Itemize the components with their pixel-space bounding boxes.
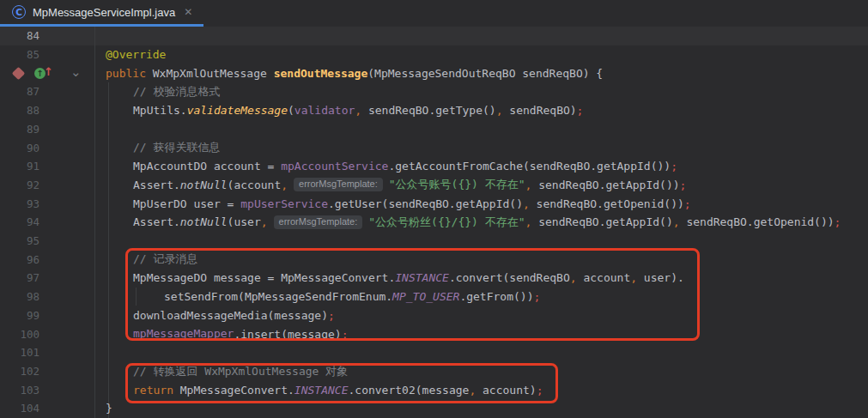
code-token: .insert(message): [234, 328, 341, 341]
code-token: ;: [671, 160, 677, 173]
code-token: validateMessage: [187, 104, 288, 117]
code-token: ;: [328, 309, 335, 322]
gutter-cell[interactable]: 99: [0, 306, 94, 325]
code-line: 95: [0, 232, 868, 251]
code-line: 92Assert.notNull(account,errorMsgTemplat…: [0, 176, 868, 195]
code-token: MpMessageConvert.: [173, 384, 294, 397]
line-number[interactable]: 84: [0, 29, 39, 42]
code-line-content[interactable]: [94, 120, 133, 139]
tab-title: MpMessageServiceImpl.java: [33, 6, 175, 19]
code-token: (MpMessageSendOutReqBO sendReqBO) {: [367, 67, 603, 80]
code-line-content[interactable]: public WxMpXmlOutMessage sendOutMessage(…: [94, 64, 603, 82]
line-number[interactable]: 100: [0, 328, 39, 341]
line-number[interactable]: 93: [0, 197, 39, 210]
code-token: ;: [537, 384, 543, 397]
line-number[interactable]: 94: [0, 215, 39, 228]
code-line-content[interactable]: [94, 232, 133, 251]
code-token: sendReqBO): [503, 104, 577, 117]
code-line: 99downloadMessageMedia(message);: [0, 306, 868, 325]
code-token: mpAccountService: [281, 160, 388, 173]
editor-tab-bar: C MpMessageServiceImpl.java ✕: [0, 0, 868, 27]
code-line: 89: [0, 120, 868, 139]
code-line-content[interactable]: // 记录消息: [94, 250, 197, 269]
gutter-cell[interactable]: 96: [0, 250, 94, 269]
gutter-cell[interactable]: 103: [0, 380, 94, 399]
tab-close-icon[interactable]: ✕: [184, 6, 192, 18]
code-token: .getAccountFromCache(sendReqBO.getAppId(…: [388, 160, 671, 173]
code-token: .getUser(sendReqBO.getAppId(): [328, 197, 523, 210]
code-token: mpMessageMapper: [133, 327, 234, 341]
gutter-cell[interactable]: 85: [0, 45, 94, 64]
line-number[interactable]: 98: [0, 290, 39, 303]
code-line-content[interactable]: MpUserDO user = mpUserService.getUser(se…: [94, 194, 691, 213]
code-line-content[interactable]: MpAccountDO account = mpAccountService.g…: [94, 157, 677, 176]
gutter-cell[interactable]: 94: [0, 213, 94, 232]
code-line-content[interactable]: @Override: [94, 45, 166, 64]
line-number[interactable]: 87: [0, 85, 39, 98]
line-number[interactable]: 101: [0, 346, 39, 359]
gutter-cell[interactable]: 89: [0, 120, 94, 139]
code-editor[interactable]: 8485@Override↑↑⌄public WxMpXmlOutMessage…: [0, 27, 868, 418]
gutter-cell[interactable]: 91: [0, 157, 94, 176]
gutter-cell[interactable]: ↑↑⌄: [0, 64, 94, 82]
code-line-content[interactable]: // 获得关联信息: [94, 138, 220, 157]
line-number[interactable]: 104: [0, 402, 39, 415]
line-number[interactable]: 97: [0, 271, 39, 284]
code-line: 90// 获得关联信息: [0, 138, 868, 157]
code-token: setSendFrom(MpMessageSendFromEnum.: [164, 290, 392, 303]
code-line-content[interactable]: Assert.notNull(account,errorMsgTemplate:…: [94, 176, 686, 195]
code-line-content[interactable]: MpMessageDO message = MpMessageConvert.I…: [94, 269, 684, 288]
code-token: ;: [835, 215, 841, 228]
tab-mpmessageserviceimpl[interactable]: C MpMessageServiceImpl.java ✕: [0, 0, 203, 24]
line-number[interactable]: 95: [0, 234, 39, 247]
gutter-cell[interactable]: 88: [0, 101, 94, 120]
override-nav-arrow-icon[interactable]: ↑: [44, 65, 53, 78]
code-line-content[interactable]: // 转换返回 WxMpXmlOutMessage 对象: [94, 362, 348, 381]
code-line-content[interactable]: MpUtils.validateMessage(validator, sendR…: [94, 101, 583, 120]
line-number[interactable]: 92: [0, 179, 39, 191]
line-number[interactable]: 90: [0, 142, 39, 154]
code-line-content[interactable]: [94, 343, 133, 362]
gutter-cell[interactable]: 90: [0, 138, 94, 157]
line-number[interactable]: 91: [0, 160, 39, 173]
code-line-content[interactable]: mpMessageMapper.insert(message);: [94, 324, 348, 343]
line-number[interactable]: 88: [0, 104, 39, 117]
line-number[interactable]: 102: [0, 365, 39, 378]
line-number[interactable]: 103: [0, 384, 39, 397]
gutter-cell[interactable]: 97: [0, 269, 94, 288]
parameter-hint-pill: errorMsgTemplate:: [294, 178, 383, 191]
method-breakpoint-icon[interactable]: [12, 66, 26, 80]
gutter-cell[interactable]: 104: [0, 399, 94, 418]
gutter-cell[interactable]: 98: [0, 288, 94, 306]
gutter-cell[interactable]: 92: [0, 176, 94, 195]
code-line-content[interactable]: Assert.notNull(user,errorMsgTemplate:"公众…: [94, 213, 841, 232]
gutter-cell[interactable]: 87: [0, 82, 94, 101]
gutter-cell[interactable]: 84: [0, 27, 94, 45]
code-token: ,: [261, 215, 268, 228]
java-class-icon: C: [12, 5, 26, 19]
line-number[interactable]: 85: [0, 48, 39, 61]
code-token: user).: [637, 271, 684, 284]
code-line-content[interactable]: setSendFrom(MpMessageSendFromEnum.MP_TO_…: [94, 288, 540, 306]
code-line-content[interactable]: return MpMessageConvert.INSTANCE.convert…: [94, 380, 543, 399]
code-line-content[interactable]: downloadMessageMedia(message);: [94, 306, 335, 325]
gutter-cell[interactable]: 101: [0, 343, 94, 362]
code-token: account: [577, 271, 631, 284]
line-number[interactable]: 99: [0, 309, 39, 322]
gutter-cell[interactable]: 95: [0, 232, 94, 251]
code-token: public: [106, 67, 146, 80]
code-token: sendReqBO.getOpenid()): [530, 197, 684, 210]
gutter-cell[interactable]: 100: [0, 324, 94, 343]
code-line-content[interactable]: [94, 27, 99, 45]
code-token: INSTANCE: [294, 384, 349, 397]
gutter-cell[interactable]: 93: [0, 194, 94, 213]
code-token: Assert.: [133, 179, 180, 191]
code-token: Assert.: [133, 215, 180, 228]
code-line-content[interactable]: // 校验消息格式: [94, 82, 220, 101]
fold-chevron-icon[interactable]: ⌄: [70, 64, 82, 80]
code-line: 94Assert.notNull(user,errorMsgTemplate:"…: [0, 213, 868, 232]
line-number[interactable]: 89: [0, 123, 39, 136]
gutter-cell[interactable]: 102: [0, 362, 94, 381]
code-line-content[interactable]: }: [94, 399, 112, 418]
line-number[interactable]: 96: [0, 253, 39, 266]
